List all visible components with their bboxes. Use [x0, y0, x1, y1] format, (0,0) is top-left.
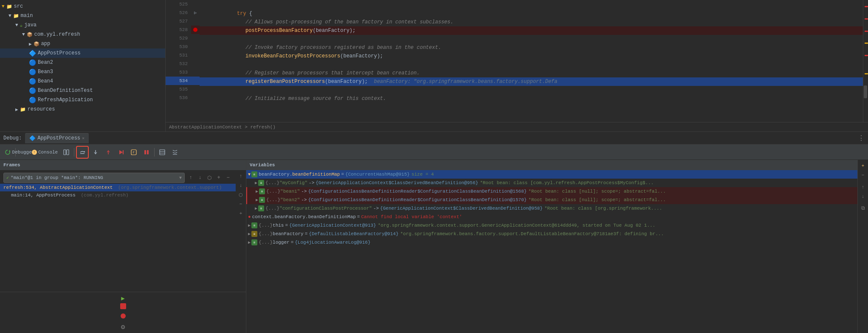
frames-bottom-controls: ▶ ⚙ — [0, 292, 246, 333]
variables-content: ▼ ≡ beanFactory.beanDefinitionMap = {Con… — [246, 170, 857, 333]
tree-item-package[interactable]: ▼ 📦 com.yyl.refresh — [0, 30, 165, 39]
expand-beanfactory2[interactable]: ▶ — [248, 231, 251, 236]
hint-534: beanFactory: "org.springframework.beans.… — [374, 77, 557, 86]
code-line-534: registerBeanPostProcessors (beanFactory)… — [200, 77, 863, 86]
tree-label-bean4: Bean4 — [38, 78, 53, 84]
tree-item-main[interactable]: ▼ 📁 main — [0, 11, 165, 20]
frame-item-2[interactable]: main:14, AppPostProcess (com.yyl.refresh… — [0, 191, 236, 199]
var-row-beanfactory-map[interactable]: ▼ ≡ beanFactory.beanDefinitionMap = {Con… — [246, 170, 857, 179]
tree-item-src[interactable]: ▼ 📁 src — [0, 2, 165, 11]
code-line-535 — [200, 86, 863, 94]
filter-up-btn[interactable]: ↑ — [186, 174, 195, 182]
settings-btn[interactable]: ⚙ — [119, 323, 127, 331]
side-add-btn[interactable]: + — [237, 209, 245, 218]
filter-down-btn[interactable]: ↓ — [196, 174, 204, 182]
step-over-highlighted-btn[interactable] — [76, 146, 89, 159]
right-scrollbar[interactable] — [863, 0, 868, 122]
side-copy[interactable]: ⧉ — [859, 204, 867, 213]
side-minus-btn[interactable]: − — [237, 200, 245, 208]
run-to-cursor-btn[interactable] — [115, 146, 127, 158]
expand-configpostprocessor[interactable]: ▶ — [255, 206, 257, 211]
class-icon-bean2: 🔵 — [29, 59, 36, 66]
expand-bean2[interactable]: ▶ — [256, 197, 258, 202]
tree-label-bean3: Bean3 — [38, 69, 53, 75]
var-extra-this: *org.springframework.context.support.Gen… — [378, 223, 656, 228]
play-btn[interactable]: ▶ — [119, 294, 127, 302]
arrow-icon-java: ▼ — [15, 23, 18, 28]
code-line-528: postProcessBeanFactory (beanFactory); — [200, 26, 863, 35]
var-key-this: this — [273, 223, 284, 228]
expand-logger[interactable]: ▶ — [248, 240, 251, 245]
tree-label-resources: resources — [28, 106, 55, 112]
tree-item-bean4[interactable]: 🔵 Bean4 — [0, 77, 165, 86]
tree-item-java[interactable]: ▼ ☕ java — [0, 20, 165, 30]
thread-btn[interactable] — [169, 146, 181, 158]
var-row-configpostprocessor[interactable]: ▶ ≡ {...} "configurationClassPostProcess… — [246, 204, 857, 213]
var-val-beanfactory2: {DefaultListableBeanFactory@914} — [309, 231, 398, 236]
console-tab[interactable]: ! Console — [30, 146, 59, 158]
side-arrow-up[interactable]: ↑ — [859, 183, 867, 191]
evaluate-btn[interactable]: f — [128, 146, 140, 158]
var-row-this[interactable]: ▶ ≡ {...} this = {GenericApplicationCont… — [246, 221, 857, 230]
var-key-bean1: "bean1" — [280, 189, 300, 194]
debug-main: Frames ✓ *main*@1 in group *main*: RUNNI… — [0, 160, 868, 333]
tab-class-icon: 🔷 — [29, 135, 36, 142]
filter-funnel-btn[interactable]: ⬡ — [205, 174, 214, 182]
filter-minus-btn[interactable]: − — [224, 174, 232, 182]
var-row-logger[interactable]: ▶ ≡ {...} logger = {Log4jLocationAwareLo… — [246, 238, 857, 247]
tree-item-app[interactable]: ▶ 📦 app — [0, 39, 165, 48]
side-minus-watch[interactable]: − — [859, 171, 867, 179]
tree-item-apppostprocess[interactable]: 🔷 AppPostProcess — [0, 48, 165, 58]
frames-btn[interactable] — [156, 146, 168, 158]
tree-item-beandefinitiontest[interactable]: 🔵 BeanDefinitionTest — [0, 86, 165, 95]
svg-rect-4 — [123, 150, 124, 154]
filter-dropdown-icon[interactable]: ▼ — [179, 176, 182, 180]
frame-item-1[interactable]: refresh:534, AbstractApplicationContext … — [0, 184, 236, 191]
breadcrumb: AbstractApplicationContext > refresh() — [166, 122, 868, 131]
code-line-532 — [200, 60, 863, 69]
step-into-btn[interactable] — [90, 146, 101, 158]
pause-btn[interactable] — [141, 146, 152, 158]
side-filter-btn[interactable]: ⬡ — [237, 191, 245, 199]
var-key-context: context.beanFactory.beanDefinitionMap — [252, 214, 356, 219]
java-icon: ☕ — [20, 23, 23, 28]
tree-item-bean2[interactable]: 🔵 Bean2 — [0, 58, 165, 67]
var-row-bean1[interactable]: ▶ ≡ {...} "bean1" -> {ConfigurationClass… — [246, 187, 857, 196]
var-extra-bean1: *Root bean: class [null]; scope=; abstra… — [528, 189, 665, 194]
expand-this[interactable]: ▶ — [248, 223, 251, 228]
breakpoint-528 — [193, 28, 197, 32]
var-key-beanfactory2: beanFactory — [273, 231, 304, 236]
var-row-bean2[interactable]: ▶ ≡ {...} "bean2" -> {ConfigurationClass… — [246, 196, 857, 204]
expand-beanfactory[interactable]: ▼ — [248, 172, 251, 177]
filter-check: ✓ — [6, 175, 9, 180]
expand-myconfig[interactable]: ▶ — [255, 180, 257, 185]
var-row-myconfig[interactable]: ▶ ≡ {...} "myConfig" -> {GenericApplicat… — [246, 179, 857, 187]
code-line-531: invokeBeanFactoryPostProcessors (beanFac… — [200, 52, 863, 60]
frames-content: ✓ *main*@1 in group *main*: RUNNING ▼ ↑ … — [0, 170, 236, 292]
filter-add-btn[interactable]: + — [214, 174, 223, 182]
tree-item-bean3[interactable]: 🔵 Bean3 — [0, 67, 165, 77]
comment-536: // Initialize message source for this co… — [245, 94, 386, 103]
error-icon-context: ● — [248, 214, 251, 219]
method-534: registerBeanPostProcessors — [245, 77, 325, 86]
menu-icon[interactable]: ⋮ — [858, 134, 865, 142]
side-arrow-down[interactable]: ↓ — [859, 192, 867, 201]
mute-btn[interactable] — [121, 313, 126, 319]
side-add-watch[interactable]: + — [859, 162, 867, 170]
stop-btn[interactable] — [120, 303, 126, 309]
tree-item-resources[interactable]: ▶ 📁 resources — [0, 105, 165, 114]
close-tab-icon[interactable]: ✕ — [82, 136, 85, 141]
split-btn[interactable] — [60, 146, 72, 158]
step-out-btn[interactable] — [102, 146, 114, 158]
debug-tab-apppostprocess[interactable]: 🔷 AppPostProcess ✕ — [25, 133, 89, 143]
expand-bean1[interactable]: ▶ — [256, 189, 258, 194]
tree-label-src: src — [14, 3, 23, 9]
bean-icon-this: ≡ — [251, 222, 257, 228]
tree-item-refreshapp[interactable]: 🔵 RefreshApplication — [0, 95, 165, 105]
var-row-beanfactory2[interactable]: ▶ ≡ {...} beanFactory = {DefaultListable… — [246, 230, 857, 238]
debugger-tab[interactable]: Debugger — [17, 146, 29, 158]
svg-rect-7 — [144, 150, 146, 154]
side-up-btn[interactable]: ↑ — [237, 172, 245, 180]
side-down-btn[interactable]: ↓ — [237, 181, 245, 190]
var-row-context-error[interactable]: ● context.beanFactory.beanDefinitionMap … — [246, 213, 857, 221]
